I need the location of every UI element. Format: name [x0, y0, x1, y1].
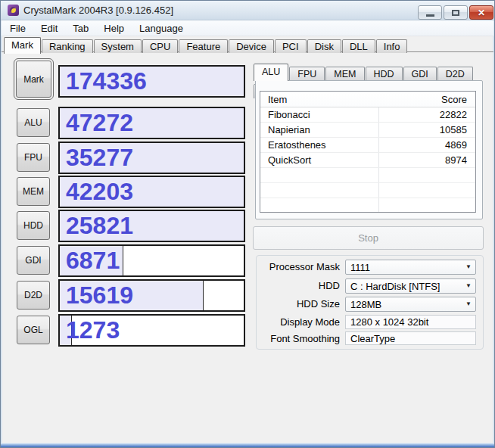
score-box: 47272: [58, 107, 245, 139]
tab-pci[interactable]: PCI: [275, 39, 307, 53]
score-box: 1273: [58, 314, 245, 347]
minimize-button[interactable]: [418, 5, 442, 20]
maximize-icon: [452, 10, 459, 16]
benchmark-button-gdi[interactable]: GDI: [17, 246, 50, 275]
main-tab-strip: MarkRankingSystemCPUFeatureDevicePCIDisk…: [2, 36, 493, 52]
detail-tab-fpu[interactable]: FPU: [289, 67, 325, 81]
table-row: [260, 168, 475, 183]
score-value: 42203: [66, 177, 133, 206]
benchmark-button-alu[interactable]: ALU: [17, 108, 50, 137]
setting-label: Processor Mask: [262, 260, 340, 275]
window-frame-right: [493, 52, 494, 443]
benchmark-row: ALU 47272: [1, 107, 251, 139]
chevron-down-icon: ▼: [465, 300, 472, 307]
setting-row: HDD Size 128MB ▼: [256, 297, 484, 312]
chevron-down-icon: ▼: [465, 282, 472, 289]
combo-hdd[interactable]: C : HardDisk [NTFS] ▼: [345, 278, 476, 294]
chevron-down-icon: ▼: [465, 263, 472, 270]
tab-device[interactable]: Device: [229, 39, 274, 53]
table-row: Eratosthenes 4869: [260, 138, 475, 153]
detail-tab-alu[interactable]: ALU: [254, 64, 288, 81]
app-window: CrystalMark 2004R3 [0.9.126.452] ✕ FileE…: [0, 0, 495, 448]
title-bar: CrystalMark 2004R3 [0.9.126.452] ✕: [1, 1, 494, 20]
table-cell-score: 4869: [445, 138, 467, 153]
menu-item-help[interactable]: Help: [97, 20, 131, 36]
setting-label: Display Mode: [262, 315, 340, 330]
tab-info[interactable]: Info: [376, 39, 408, 53]
benchmark-row: GDI 6871: [1, 244, 251, 277]
table-cell-score: 22822: [440, 107, 467, 123]
score-value: 1273: [66, 316, 120, 344]
table-cell-score: 10585: [440, 123, 467, 138]
benchmark-row: Mark 174336: [1, 65, 251, 98]
menu-bar: FileEditTabHelpLanguage: [2, 20, 493, 36]
benchmark-button-mark[interactable]: Mark: [16, 61, 51, 98]
table-row: [260, 183, 475, 198]
detail-tab-d2d[interactable]: D2D: [437, 67, 473, 81]
combo-processor-mask[interactable]: 1111 ▼: [345, 260, 476, 275]
table-cell-item: Napierian: [268, 123, 310, 138]
setting-row: Display Mode 1280 x 1024 32bit: [256, 315, 484, 329]
setting-value: C : HardDisk [NTFS]: [350, 279, 440, 293]
score-box: 35277: [58, 142, 245, 174]
setting-value: ClearType: [350, 332, 395, 344]
app-icon: [8, 5, 19, 16]
benchmark-button-mem[interactable]: MEM: [17, 177, 50, 206]
menu-item-file[interactable]: File: [3, 20, 33, 36]
benchmark-button-d2d[interactable]: D2D: [17, 281, 50, 310]
score-box: 174336: [58, 65, 245, 98]
table-row: Napierian 10585: [260, 123, 475, 138]
setting-row: Font Smoothing ClearType: [256, 331, 484, 345]
stop-button[interactable]: Stop: [253, 226, 484, 250]
score-box: 15619: [58, 279, 245, 312]
setting-label: HDD: [262, 278, 340, 294]
table-row: [260, 198, 475, 213]
table-cell-item: Eratosthenes: [268, 138, 326, 153]
score-value: 6871: [66, 246, 120, 275]
score-box: 25821: [58, 210, 245, 242]
benchmark-button-ogl[interactable]: OGL: [17, 316, 50, 344]
table-cell-item: QuickSort: [268, 153, 311, 168]
benchmark-row: D2D 15619: [1, 279, 251, 312]
close-button[interactable]: ✕: [469, 5, 493, 20]
score-value: 25821: [66, 211, 133, 240]
tab-system[interactable]: System: [94, 39, 142, 53]
column-header-score: Score: [441, 92, 467, 107]
menu-item-tab[interactable]: Tab: [66, 20, 95, 36]
tab-feature[interactable]: Feature: [179, 39, 228, 53]
window-title: CrystalMark 2004R3 [0.9.126.452]: [23, 1, 173, 20]
field-font-smoothing: ClearType: [345, 331, 476, 345]
menu-item-edit[interactable]: Edit: [34, 20, 64, 36]
setting-label: HDD Size: [262, 297, 340, 312]
table-cell-score: 8974: [445, 153, 467, 168]
detail-tab-gdi[interactable]: GDI: [403, 67, 437, 81]
detail-tab-hdd[interactable]: HDD: [366, 67, 403, 81]
detail-tab-strip: ALUFPUMEMHDDGDID2DOGL: [254, 64, 494, 81]
combo-hdd-size[interactable]: 128MB ▼: [345, 297, 476, 312]
menu-item-language[interactable]: Language: [132, 20, 190, 36]
score-value: 35277: [66, 143, 133, 172]
column-header-item: Item: [268, 92, 287, 107]
tab-disk[interactable]: Disk: [307, 39, 341, 53]
table-row: Fibonacci 22822: [260, 107, 475, 123]
score-value: 47272: [66, 108, 133, 137]
minimize-icon: [426, 14, 434, 17]
window-frame-bottom: [1, 443, 494, 447]
benchmark-button-fpu[interactable]: FPU: [17, 143, 50, 172]
setting-value: 1111: [350, 260, 370, 274]
detail-tab-mem[interactable]: MEM: [325, 67, 364, 81]
tab-ranking[interactable]: Ranking: [42, 39, 93, 53]
tab-dll[interactable]: DLL: [342, 39, 375, 53]
table-body: Fibonacci 22822 Napierian 10585 Eratosth…: [260, 107, 475, 213]
score-box: 42203: [58, 176, 245, 208]
maximize-button[interactable]: [444, 5, 468, 20]
setting-value: 1280 x 1024 32bit: [350, 316, 428, 328]
score-value: 174336: [66, 67, 147, 95]
tab-cpu[interactable]: CPU: [142, 39, 178, 53]
benchmark-button-hdd[interactable]: HDD: [17, 211, 50, 240]
window-frame-left: [1, 52, 2, 443]
field-display-mode: 1280 x 1024 32bit: [345, 315, 476, 329]
benchmark-row: OGL 1273: [1, 314, 251, 347]
benchmark-row: MEM 42203: [1, 176, 251, 208]
tab-mark[interactable]: Mark: [4, 37, 41, 54]
